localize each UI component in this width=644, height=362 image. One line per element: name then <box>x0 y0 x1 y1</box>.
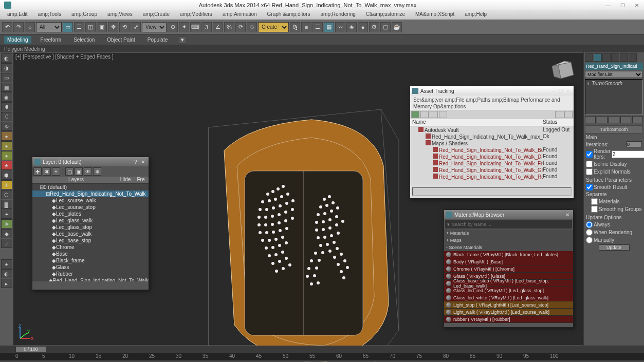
mirror-button[interactable]: ⧎ <box>290 22 300 32</box>
edit-named-button[interactable]: ◇ <box>247 22 257 32</box>
tab-object-paint[interactable]: Object Paint <box>104 36 138 44</box>
material-row[interactable]: Light_stop ( VRayLightMtl ) [Led_sourse_… <box>444 301 573 309</box>
menu-maxscript[interactable]: MA&amp;XScript <box>410 10 459 20</box>
layer-row[interactable]: ◆ Glass <box>32 264 149 271</box>
layer-row[interactable]: ⊟ 0 (default) <box>32 184 149 190</box>
ribbon-toggle-button[interactable]: ▾ <box>179 36 186 44</box>
configure-sets-button[interactable] <box>632 116 643 123</box>
material-row[interactable]: Black_frame ( VRayMtl ) [Black_frame, Le… <box>444 251 573 258</box>
menu-rendering[interactable]: amp;Rendering <box>316 10 361 20</box>
layer-row[interactable]: ◆ Black_frame <box>32 257 149 264</box>
menu-graph-editors[interactable]: Graph &amp;ditors <box>262 10 316 20</box>
remove-modifier-button[interactable] <box>620 116 631 123</box>
layer-row[interactable]: ◆ Led_base_walk <box>32 231 149 237</box>
asset-menu[interactable]: Ser&amp;ver amp;File amp;Paths amp;Bitma… <box>410 96 574 110</box>
tool-23[interactable]: ▸ <box>1 279 12 288</box>
tool-1[interactable]: ◐ <box>1 53 12 63</box>
smoothing-groups-check[interactable] <box>591 206 598 213</box>
tool-10[interactable]: ● <box>1 141 12 150</box>
select-highlight-button[interactable]: ▢ <box>65 167 73 176</box>
tool-5[interactable]: ◉ <box>1 92 12 102</box>
material-editor-button[interactable]: ● <box>358 22 368 32</box>
material-list[interactable]: Black_frame ( VRayMtl ) [Black_frame, Le… <box>444 251 573 323</box>
modifier-stack[interactable]: ♀ TurboSmooth <box>585 79 643 115</box>
tool-17[interactable]: ✦ <box>1 209 12 219</box>
asset-btn6[interactable] <box>564 111 573 118</box>
menu-help[interactable]: amp;Help <box>459 10 492 20</box>
material-row[interactable]: rubber ( VRayMtl ) [Rubber] <box>444 316 573 323</box>
menu-create[interactable]: amp;Create <box>138 10 175 20</box>
named-selection-select[interactable]: Create Selection S <box>258 22 289 32</box>
asset-btn3[interactable] <box>430 111 438 118</box>
iterations-input[interactable] <box>627 141 642 147</box>
schematic-view-button[interactable]: ◈ <box>346 22 357 32</box>
tool-12[interactable]: ★ <box>1 161 12 170</box>
viewcube[interactable] <box>548 57 579 88</box>
render-setup-button[interactable]: ⚙ <box>369 22 379 32</box>
hierarchy-tab[interactable] <box>602 53 611 62</box>
modify-tab[interactable] <box>594 53 602 62</box>
tool-15[interactable]: ⬡ <box>1 190 12 199</box>
layer-row[interactable]: ◆ Base <box>32 251 149 257</box>
material-row[interactable]: Chrome ( VRayMtl ) [Chrome] <box>444 265 573 273</box>
render-frame-button[interactable]: ▢ <box>380 22 391 32</box>
smooth-result-check[interactable] <box>586 184 593 190</box>
pin-stack-button[interactable] <box>585 116 596 123</box>
select-manipulate-button[interactable]: ✦ <box>179 22 189 32</box>
asset-btn2[interactable] <box>420 111 429 118</box>
curve-editor-button[interactable]: 〰 <box>335 22 345 32</box>
ribbon-subpanel[interactable]: Polygon Modeling <box>0 45 644 52</box>
use-center-button[interactable]: ⊙ <box>168 22 178 32</box>
layer-row[interactable]: ◆ Red_Hand_Sign_Indicating_Not_To_Walk <box>32 277 149 281</box>
matbrowser-search-input[interactable] <box>452 222 570 227</box>
asset-min-button[interactable]: — <box>550 88 557 94</box>
asset-row[interactable]: Maps / Shaders <box>410 140 574 146</box>
layer-row[interactable]: ◆ Led_sourse_stop <box>32 204 149 211</box>
modifier-list-select[interactable]: Modifier List <box>585 71 643 78</box>
select-region-button[interactable]: ◫ <box>85 22 96 32</box>
time-slider-handle[interactable]: 0 / 100 <box>15 346 46 352</box>
layer-row[interactable]: ◆ Chrome <box>32 244 149 251</box>
material-row[interactable]: Glass_base_stop ( VRayMtl ) [Led_base_st… <box>444 280 573 287</box>
select-name-button[interactable]: ☰ <box>74 22 84 32</box>
snap-toggle-button[interactable]: 3 <box>201 22 212 32</box>
hide-unhide-button[interactable]: 👁 <box>84 167 92 176</box>
viewport-label[interactable]: [+] [Perspective ] [Shaded + Edged Faces… <box>15 54 114 60</box>
menu-modifiers[interactable]: amp;Modifiers <box>175 10 217 20</box>
asset-row[interactable]: Red_Hand_Sign_Indicating_Not_To_Walk_Ref… <box>410 173 574 180</box>
selection-filter-select[interactable]: All <box>36 22 62 32</box>
timeline[interactable]: 0 / 100 05101520253035404550556065707580… <box>0 346 644 361</box>
tool-22[interactable]: ◐ <box>1 269 12 278</box>
move-button[interactable]: ✥ <box>108 22 118 32</box>
menu-views[interactable]: amp;Views <box>102 10 138 20</box>
layer-row[interactable]: ⊟ Red_Hand_Sign_Indicating_Not_To_Walk <box>32 190 149 197</box>
tool-3[interactable]: ▭ <box>1 73 12 82</box>
asset-max-button[interactable]: ☐ <box>557 88 564 94</box>
tool-19[interactable]: ◆ <box>1 229 12 238</box>
layer-row[interactable]: ◆ Led_base_stop <box>32 237 149 244</box>
make-unique-button[interactable] <box>609 116 619 123</box>
keyboard-shortcut-button[interactable]: ⌨ <box>190 22 200 32</box>
reference-coord-select[interactable]: View <box>142 22 167 32</box>
menu-edit[interactable]: amp;Edit <box>2 10 32 20</box>
asset-btn5[interactable] <box>555 111 563 118</box>
motion-tab[interactable] <box>611 53 619 62</box>
time-ruler[interactable]: 0510152025303540455055606570758085909510… <box>0 353 644 360</box>
explicit-check[interactable] <box>586 168 593 175</box>
layer-row[interactable]: ◆ Led_plates <box>32 211 149 217</box>
mat-cat-materials[interactable]: + Materials <box>444 230 573 237</box>
material-row[interactable]: Glass_led_white ( VRayMtl ) [Led_glass_w… <box>444 294 573 301</box>
asset-row[interactable]: Autodesk VaultLogged Out <box>410 126 574 133</box>
tool-20[interactable]: ⟋ <box>1 239 12 248</box>
spinner-snap-button[interactable]: ⟳ <box>235 22 246 32</box>
material-row[interactable]: Light_walk ( VRayLightMtl ) [Led_sourse_… <box>444 309 573 316</box>
tool-2[interactable]: ◑ <box>1 63 12 72</box>
asset-refresh-button[interactable] <box>411 111 419 118</box>
create-tab[interactable] <box>585 53 593 62</box>
rotate-button[interactable]: ⟲ <box>119 22 130 32</box>
link-button[interactable]: ⟐ <box>25 22 35 32</box>
layers-tree[interactable]: ⊟ 0 (default)⊟ Red_Hand_Sign_Indicating_… <box>32 184 149 281</box>
asset-row[interactable]: Red_Hand_Sign_Indicating_Not_To_Walk_Glo… <box>410 166 574 173</box>
render-button[interactable]: ☕ <box>392 22 402 32</box>
update-manually-radio[interactable] <box>586 237 593 243</box>
